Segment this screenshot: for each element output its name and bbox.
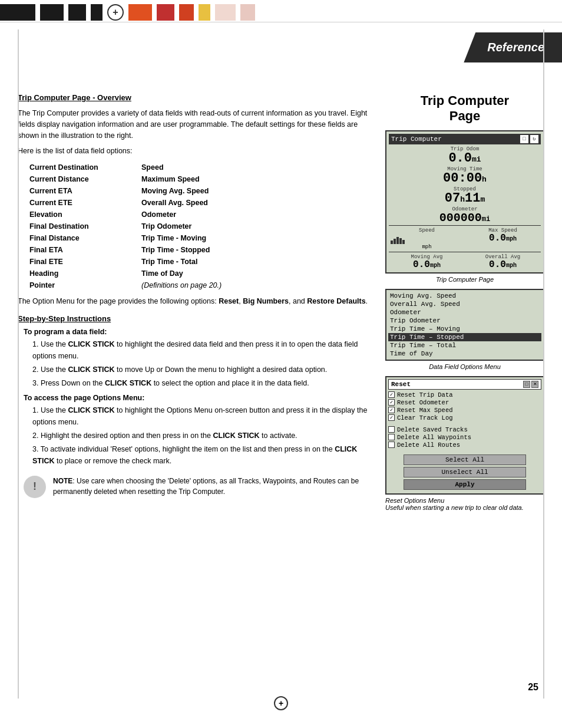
section1-intro: The Trip Computer provides a variety of …: [18, 108, 373, 141]
menu-item-6-selected: Trip Time – Stopped: [388, 333, 541, 341]
color-block-pink: [215, 4, 236, 21]
reset-btn-page[interactable]: □: [523, 381, 530, 388]
field-col1-10: Pointer: [29, 279, 130, 291]
checkbox-delete-saved-tracks: Delete Saved Tracks: [388, 426, 541, 433]
bar5: [402, 240, 405, 244]
checkbox-3[interactable]: [388, 407, 395, 413]
odometer-field: Odometer 000000mi: [389, 206, 541, 224]
program-title: To program a data field:: [24, 328, 373, 336]
table-row: Elevation Odometer: [29, 209, 373, 220]
field-col1-5: Final Destination: [29, 220, 130, 232]
max-speed-field: Max Speed 0.0mph: [465, 227, 541, 251]
menu-item-2: Overall Avg. Speed: [388, 300, 541, 308]
menu-caption: Data Field Options Menu: [385, 363, 544, 370]
color-block-darkred: [179, 4, 194, 21]
option-menu-note: The Option Menu for the page provides th…: [18, 296, 373, 307]
color-block-black4: [91, 4, 103, 21]
access-steps-list: Use the CLICK STICK to highlight the Opt…: [29, 404, 373, 467]
menu-item-8: Time of Day: [388, 350, 541, 358]
trip-computer-title: Trip ComputerPage: [385, 93, 544, 124]
checkbox-reset-trip-data: Reset Trip Data: [388, 391, 541, 398]
field-col1-3: Current ETE: [29, 197, 130, 209]
program-step-1: Use the CLICK STICK to highlight the des…: [29, 338, 373, 362]
menu-item-3: Odometer: [388, 308, 541, 317]
bar2: [394, 239, 396, 244]
unselect-all-button[interactable]: Unselect All: [404, 467, 526, 477]
screen-header-icons: □ ↻: [520, 135, 538, 143]
program-step-2: Use the CLICK STICK to move Up or Down t…: [29, 364, 373, 375]
field-col2-1: Maximum Speed: [141, 173, 373, 185]
checkbox-clear-track-log: Clear Track Log: [388, 414, 541, 421]
overall-avg-field: Overall Avg 0.0mph: [465, 253, 541, 270]
checkbox-label-5: Delete Saved Tracks: [397, 426, 468, 433]
color-block-orange: [128, 4, 152, 21]
data-fields-table: Current Destination Speed Current Distan…: [29, 162, 373, 291]
table-row: Current Distance Maximum Speed: [29, 173, 373, 185]
checkbox-delete-all-routes: Delete All Routes: [388, 442, 541, 449]
reset-header: Reset □ ✕: [388, 379, 541, 390]
gap6: [194, 4, 199, 21]
access-step-3: To activate individual 'Reset' options, …: [29, 443, 373, 467]
reset-spacer: [388, 422, 541, 426]
checkbox-1[interactable]: [388, 391, 395, 398]
screen-icon-1: □: [520, 135, 528, 143]
reset-title: Reset: [391, 381, 411, 388]
screen-divider-2: [389, 252, 541, 252]
screen-icon-2: ↻: [530, 135, 538, 143]
note-box: ! NOTE: Use care when choosing the 'Dele…: [24, 476, 373, 498]
checkbox-label-1: Reset Trip Data: [397, 391, 453, 398]
checkbox-reset-max-speed: Reset Max Speed: [388, 407, 541, 414]
moving-avg-field: Moving Avg 0.0mph: [389, 253, 465, 270]
table-row: Final Distance Trip Time - Moving: [29, 232, 373, 244]
page-number: 25: [528, 682, 538, 693]
moving-avg-value: 0.0mph: [389, 260, 464, 269]
checkbox-2[interactable]: [388, 399, 395, 406]
reference-header: Reference: [464, 32, 562, 62]
gap8: [236, 4, 240, 21]
gap4: [152, 4, 157, 21]
access-step-1: Use the CLICK STICK to highlight the Opt…: [29, 404, 373, 428]
select-all-button[interactable]: Select All: [404, 454, 526, 465]
checkbox-6[interactable]: [388, 434, 395, 440]
checkbox-label-3: Reset Max Speed: [397, 407, 453, 414]
checkbox-7[interactable]: [388, 442, 395, 448]
field-col2-6: Trip Time - Moving: [141, 232, 373, 244]
reset-caption: Reset Options Menu: [385, 497, 544, 504]
stopped-value: 07h11m: [389, 192, 541, 205]
data-field-menu: Moving Avg. Speed Overall Avg. Speed Odo…: [385, 289, 544, 361]
speed-row: Speed mph Max Speed 0.0mph: [389, 227, 541, 251]
field-col2-5: Trip Odometer: [141, 220, 373, 232]
screen-divider-1: [389, 225, 541, 226]
side-line-left: [18, 29, 19, 699]
field-col2-3: Overall Avg. Speed: [141, 197, 373, 209]
gap2: [64, 4, 68, 21]
screen-header: Trip Computer □ ↻: [389, 134, 541, 144]
field-col2-7: Trip Time - Stopped: [141, 244, 373, 256]
bar4: [399, 238, 402, 244]
color-block-black2: [40, 4, 64, 21]
reset-btn-close[interactable]: ✕: [531, 381, 538, 388]
avg-row: Moving Avg 0.0mph Overall Avg 0.0mph: [389, 253, 541, 270]
checkbox-4[interactable]: [388, 414, 395, 421]
table-row: Final ETE Trip Time - Total: [29, 256, 373, 268]
max-speed-value: 0.0mph: [465, 233, 540, 243]
section1-title: Trip Computer Page - Overview: [18, 93, 373, 102]
field-col1-1: Current Distance: [29, 173, 130, 185]
field-col2-8: Trip Time - Total: [141, 256, 373, 268]
top-bar: [0, 0, 562, 22]
checkbox-5[interactable]: [388, 426, 395, 433]
bottom-crosshair-icon: +: [274, 696, 288, 710]
left-column: Trip Computer Page - Overview The Trip C…: [18, 93, 373, 511]
table-row: Current Destination Speed: [29, 162, 373, 173]
field-col2-9: Time of Day: [141, 268, 373, 279]
apply-button[interactable]: Apply: [404, 479, 526, 490]
side-line-right: [543, 29, 544, 699]
gap1: [35, 4, 40, 21]
note-icon: !: [24, 476, 46, 498]
checkbox-label-4: Clear Track Log: [397, 414, 453, 421]
moving-time-value: 00:00h: [389, 172, 541, 185]
speed-label: Speed: [389, 228, 464, 233]
speed-field: Speed mph: [389, 227, 465, 251]
trip-computer-screen: Trip Computer □ ↻ Trip Odom 0.0mi Moving…: [385, 130, 544, 274]
reset-options-menu: Reset □ ✕ Reset Trip Data Reset Odometer…: [385, 376, 544, 495]
